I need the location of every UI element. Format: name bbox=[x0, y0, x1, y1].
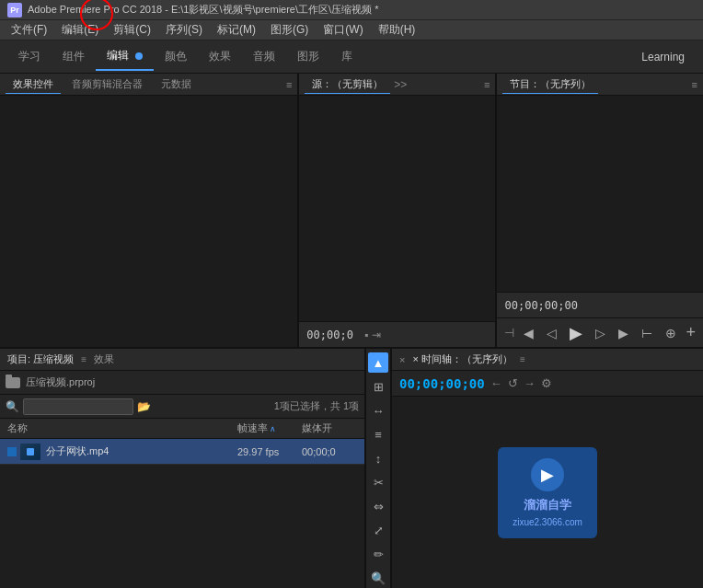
menu-marker[interactable]: 标记(M) bbox=[210, 20, 263, 40]
project-header: 项目: 压缩视频 ≡ 效果 bbox=[0, 349, 364, 371]
tl-redo-btn[interactable]: → bbox=[524, 376, 536, 390]
effects-panel-content bbox=[0, 96, 297, 347]
project-tab[interactable]: 项目: 压缩视频 bbox=[7, 352, 74, 366]
search-input[interactable] bbox=[23, 398, 133, 415]
program-content bbox=[497, 96, 703, 292]
rate-stretch-tool-btn[interactable]: ↕ bbox=[368, 448, 388, 468]
program-menu[interactable]: ≡ bbox=[692, 79, 697, 90]
app-icon: Pr bbox=[7, 3, 22, 17]
rolling-edit-tool-btn[interactable]: ≡ bbox=[368, 424, 388, 444]
timeline-toolbar: 00;00;00;00 ← ↺ → ⚙ bbox=[392, 371, 703, 397]
slip-tool-btn[interactable]: ⇔ bbox=[368, 496, 388, 516]
play-fwd-btn[interactable]: ▶ bbox=[615, 324, 632, 342]
search-icon: 🔍 bbox=[6, 400, 19, 413]
source-content bbox=[299, 96, 495, 321]
tab-effects[interactable]: 效果 bbox=[198, 43, 242, 70]
tab-color[interactable]: 颜色 bbox=[154, 43, 198, 70]
col-media: 媒体开 bbox=[302, 421, 357, 435]
menu-clip[interactable]: 剪辑(C) bbox=[106, 20, 158, 40]
program-timecode: 00;00;00;00 bbox=[504, 299, 577, 312]
project-panel: 项目: 压缩视频 ≡ 效果 压缩视频.prproj 🔍 📂 1项已选择，共 1项… bbox=[0, 349, 366, 588]
left-panel-menu[interactable]: ≡ bbox=[286, 79, 292, 90]
item-color-label bbox=[7, 447, 17, 456]
effects-tab[interactable]: 效果 bbox=[94, 352, 114, 366]
timeline-timecode: 00;00;00;00 bbox=[399, 376, 485, 391]
loop-btn[interactable]: ⊕ bbox=[662, 324, 680, 342]
step-back-btn[interactable]: ◁ bbox=[543, 324, 560, 342]
menu-sequence[interactable]: 序列(S) bbox=[158, 20, 210, 40]
import-icon: 📂 bbox=[137, 400, 151, 413]
tab-metadata[interactable]: 元数据 bbox=[154, 75, 199, 93]
menu-file[interactable]: 文件(F) bbox=[4, 20, 54, 40]
col-fps: 帧速率 ∧ bbox=[237, 421, 302, 435]
menu-edit[interactable]: 编辑(E) bbox=[54, 20, 106, 40]
slide-tool-btn[interactable]: ⤢ bbox=[368, 520, 388, 540]
play-btn[interactable]: ▶ bbox=[566, 321, 586, 345]
selection-count: 1项已选择，共 1项 bbox=[274, 399, 359, 413]
list-header: 名称 帧速率 ∧ 媒体开 bbox=[0, 419, 364, 439]
step-fwd-btn[interactable]: ▷ bbox=[592, 324, 609, 342]
tab-edit[interactable]: 编辑 bbox=[96, 42, 154, 71]
source-monitor: 源：（无剪辑） >> ≡ 00;00;0 ▪ ⇥ bbox=[299, 74, 497, 347]
source-menu[interactable]: ≡ bbox=[484, 79, 490, 90]
tab-assemble[interactable]: 组件 bbox=[52, 43, 96, 70]
pen-tool-btn[interactable]: ✏ bbox=[368, 544, 388, 564]
source-expand[interactable]: >> bbox=[390, 78, 410, 91]
step-back-in-btn[interactable]: ⊣ bbox=[504, 326, 514, 340]
add-btn[interactable]: + bbox=[686, 323, 696, 342]
source-arrows-icon: ⇥ bbox=[372, 329, 381, 341]
list-item[interactable]: 分子网状.mp4 29.97 fps 00;00;0 bbox=[0, 439, 364, 465]
tl-add-tracks-btn[interactable]: ← bbox=[490, 376, 502, 390]
program-tab[interactable]: 节目：（无序列） bbox=[502, 75, 598, 94]
ripple-edit-tool-btn[interactable]: ↔ bbox=[368, 400, 388, 421]
top-panels: 效果控件 音频剪辑混合器 元数据 ≡ 源：（无剪辑） >> ≡ 00;00;0 … bbox=[0, 74, 703, 349]
transport-bar: ⊣ ◀ ◁ ▶ ▷ ▶ ⊢ ⊕ + bbox=[497, 317, 703, 347]
program-monitor: 节目：（无序列） ≡ 00;00;00;00 ⊣ ◀ ◁ ▶ ▷ ▶ ⊢ ⊕ + bbox=[497, 74, 703, 347]
tab-learn[interactable]: 学习 bbox=[7, 43, 52, 70]
track-select-tool-btn[interactable]: ⊞ bbox=[368, 376, 388, 397]
item-fps: 29.97 fps bbox=[237, 446, 302, 457]
source-tab-bar: 源：（无剪辑） >> ≡ bbox=[299, 74, 495, 96]
tab-learning[interactable]: Learning bbox=[630, 45, 696, 69]
tab-libraries[interactable]: 库 bbox=[330, 43, 363, 70]
menu-window[interactable]: 窗口(W) bbox=[316, 20, 370, 40]
step-fwd-out-btn[interactable]: ⊢ bbox=[638, 324, 656, 342]
program-timecode-bar: 00;00;00;00 bbox=[497, 292, 703, 317]
source-timecode: 00;00;0 bbox=[306, 329, 353, 341]
zoom-tool-btn[interactable]: 🔍 bbox=[368, 568, 388, 588]
timeline-close-icon[interactable]: × bbox=[399, 354, 405, 365]
folder-icon bbox=[6, 377, 20, 388]
item-name: 分子网状.mp4 bbox=[46, 444, 237, 458]
menu-help[interactable]: 帮助(H) bbox=[371, 20, 423, 40]
col-name: 名称 bbox=[7, 421, 237, 435]
play-back-btn[interactable]: ◀ bbox=[520, 324, 537, 342]
menu-graphics[interactable]: 图形(G) bbox=[263, 20, 316, 40]
menu-bar: 文件(F) 编辑(E) 剪辑(C) 序列(S) 标记(M) 图形(G) 窗口(W… bbox=[0, 20, 703, 40]
source-tab[interactable]: 源：（无剪辑） bbox=[305, 75, 390, 94]
tab-graphics[interactable]: 图形 bbox=[286, 43, 330, 70]
project-menu-icon[interactable]: ≡ bbox=[81, 354, 86, 364]
timeline-menu-icon[interactable]: ≡ bbox=[520, 354, 525, 364]
selection-tool-btn[interactable]: ▲ bbox=[368, 352, 388, 373]
edit-tab-indicator bbox=[135, 52, 143, 60]
source-timecode-bar: 00;00;0 ▪ ⇥ bbox=[299, 321, 495, 347]
watermark-logo: ▶ bbox=[531, 458, 564, 491]
watermark-url: zixue2.3066.com bbox=[513, 517, 582, 527]
search-toolbar: 🔍 📂 1项已选择，共 1项 bbox=[0, 395, 364, 419]
left-panel-tabs: 效果控件 音频剪辑混合器 元数据 ≡ bbox=[0, 74, 297, 96]
main-area: 效果控件 音频剪辑混合器 元数据 ≡ 源：（无剪辑） >> ≡ 00;00;0 … bbox=[0, 74, 703, 588]
title-bar: Pr Adobe Premiere Pro CC 2018 - E:\1影视区\… bbox=[0, 0, 703, 20]
tl-settings-btn[interactable]: ⚙ bbox=[541, 376, 552, 390]
tools-panel: ▲ ⊞ ↔ ≡ ↕ ✂ ⇔ ⤢ ✏ 🔍 bbox=[366, 349, 392, 588]
tab-audio[interactable]: 音频 bbox=[242, 43, 286, 70]
bottom-panels: 项目: 压缩视频 ≡ 效果 压缩视频.prproj 🔍 📂 1项已选择，共 1项… bbox=[0, 349, 703, 588]
window-title: Adobe Premiere Pro CC 2018 - E:\1影视区\视频号… bbox=[28, 3, 378, 17]
tl-undo-btn[interactable]: ↺ bbox=[508, 376, 518, 390]
watermark-box: ▶ 溜溜自学 zixue2.3066.com bbox=[498, 447, 597, 538]
razor-tool-btn[interactable]: ✂ bbox=[368, 472, 388, 492]
item-thumbnail bbox=[20, 444, 40, 460]
tab-effects-controls[interactable]: 效果控件 bbox=[6, 75, 61, 94]
source-sq-icon: ▪ bbox=[364, 329, 368, 341]
tab-audio-mixer[interactable]: 音频剪辑混合器 bbox=[64, 75, 150, 93]
left-panel: 效果控件 音频剪辑混合器 元数据 ≡ bbox=[0, 74, 299, 347]
